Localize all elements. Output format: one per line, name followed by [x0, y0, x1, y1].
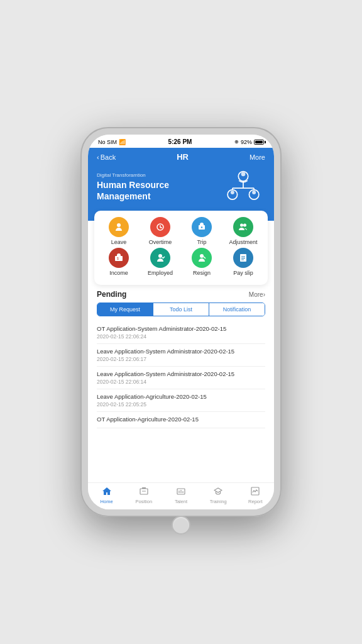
menu-item-leave[interactable]: Leave [100, 217, 138, 245]
pending-title: Pending [97, 290, 126, 299]
list-item-title: Leave Application-System Administrator-2… [97, 348, 265, 355]
adjustment-icon [233, 217, 253, 237]
list-item[interactable]: OT Application-System Administrator-2020… [97, 321, 265, 344]
svg-point-9 [252, 191, 256, 194]
list-item-date: 2020-02-15 22:06:17 [97, 356, 265, 362]
trip-icon [192, 217, 212, 237]
employed-icon [150, 248, 170, 268]
menu-item-employed[interactable]: Employed [141, 248, 179, 276]
list-item-date: 2020-02-15 22:05:25 [97, 401, 265, 408]
overtime-icon [150, 217, 170, 237]
phone-frame: No SIM 📶 5:26 PM ⊕ 92% ‹ Back HR More D [80, 127, 282, 517]
menu-item-adjustment[interactable]: Adjustment [224, 217, 262, 245]
pending-section: Pending More › My Request Todo List Noti… [88, 290, 274, 482]
svg-point-17 [240, 224, 243, 227]
page-title: HR [177, 152, 189, 162]
adjustment-label: Adjustment [229, 239, 257, 245]
payslip-icon [233, 248, 253, 268]
bottom-nav: Home Position [88, 482, 274, 509]
home-button[interactable] [172, 516, 190, 535]
chevron-left-icon: ‹ [97, 153, 99, 161]
home-label: Home [101, 499, 113, 504]
menu-item-income[interactable]: $ Income [100, 248, 138, 276]
position-label: Position [135, 499, 152, 504]
chevron-right-icon: › [263, 291, 265, 298]
list-item-title: OT Application-Agriculture-2020-02-15 [97, 416, 265, 423]
svg-point-1 [241, 172, 246, 176]
pending-tabs: My Request Todo List Notification [97, 303, 265, 316]
talent-label: Talent [175, 499, 187, 504]
svg-point-21 [158, 254, 162, 258]
list-item[interactable]: Leave Application-Agriculture-2020-02-15… [97, 389, 265, 412]
list-item-title: OT Application-System Administrator-2020… [97, 325, 265, 332]
svg-text:$: $ [117, 257, 119, 260]
svg-point-22 [200, 254, 204, 258]
leave-icon [109, 217, 129, 237]
list-item[interactable]: Leave Application-System Administrator-2… [97, 344, 265, 367]
list-item-title: Leave Application-System Administrator-2… [97, 370, 265, 377]
income-label: Income [109, 270, 128, 276]
pending-header: Pending More › [97, 290, 265, 299]
screen: No SIM 📶 5:26 PM ⊕ 92% ‹ Back HR More D [88, 135, 274, 509]
home-icon [102, 487, 112, 497]
position-icon [140, 487, 148, 497]
grid-row-2: $ Income Employed [98, 248, 264, 276]
list-item[interactable]: OT Application-Agriculture-2020-02-15 [97, 412, 265, 428]
wifi-icon: 📶 [119, 139, 126, 145]
status-left: No SIM 📶 [98, 139, 126, 145]
income-icon: $ [109, 248, 129, 268]
bottom-nav-talent[interactable]: Talent [168, 487, 194, 504]
more-button[interactable]: More [250, 153, 265, 161]
report-label: Report [248, 499, 263, 504]
bottom-nav-report[interactable]: Report [243, 487, 268, 504]
org-chart-icon [221, 170, 265, 208]
svg-point-16 [201, 227, 202, 228]
menu-item-trip[interactable]: Trip [183, 217, 221, 245]
status-time: 5:26 PM [168, 138, 192, 145]
tab-notification[interactable]: Notification [209, 303, 265, 316]
svg-point-18 [243, 224, 246, 227]
menu-item-overtime[interactable]: Overtime [141, 217, 179, 245]
list-item-date: 2020-02-15 22:06:24 [97, 333, 265, 340]
status-bar: No SIM 📶 5:26 PM ⊕ 92% [88, 135, 274, 148]
tab-todo-list[interactable]: Todo List [153, 303, 209, 316]
employed-label: Employed [148, 270, 173, 276]
training-label: Training [210, 499, 227, 504]
resign-icon [192, 248, 212, 268]
bottom-nav-training[interactable]: Training [206, 487, 231, 504]
menu-grid-card: Leave Overtime [94, 211, 268, 285]
list-item-title: Leave Application-Agriculture-2020-02-15 [97, 393, 265, 400]
battery-icon [254, 140, 264, 145]
bottom-nav-home[interactable]: Home [94, 487, 119, 504]
list-item[interactable]: Leave Application-System Administrator-2… [97, 367, 265, 389]
resign-label: Resign [193, 270, 211, 276]
back-label: Back [101, 153, 116, 161]
payslip-label: Pay slip [233, 270, 253, 276]
svg-line-23 [204, 257, 206, 258]
bottom-nav-position[interactable]: Position [131, 487, 156, 504]
svg-rect-19 [115, 256, 123, 261]
home-button-area [88, 509, 274, 540]
report-icon [251, 487, 260, 497]
status-right: ⊕ 92% [234, 139, 264, 145]
overtime-label: Overtime [149, 239, 172, 245]
back-button[interactable]: ‹ Back [97, 153, 116, 161]
training-icon [214, 487, 222, 497]
pending-more-button[interactable]: More › [249, 291, 265, 298]
location-icon: ⊕ [234, 139, 239, 145]
battery-label: 92% [241, 139, 252, 145]
grid-row-1: Leave Overtime [98, 217, 264, 245]
tab-my-request[interactable]: My Request [97, 303, 153, 316]
svg-rect-29 [142, 487, 146, 489]
trip-label: Trip [197, 239, 206, 245]
talent-icon [177, 487, 185, 497]
list-item-date: 2020-02-15 22:06:14 [97, 379, 265, 385]
menu-item-resign[interactable]: Resign [183, 248, 221, 276]
menu-item-payslip[interactable]: Pay slip [224, 248, 262, 276]
carrier-label: No SIM [98, 139, 117, 145]
svg-point-6 [231, 191, 234, 194]
pending-more-label: More [249, 291, 263, 298]
leave-label: Leave [111, 239, 127, 245]
svg-point-11 [117, 223, 121, 227]
nav-bar: ‹ Back HR More [88, 148, 274, 166]
